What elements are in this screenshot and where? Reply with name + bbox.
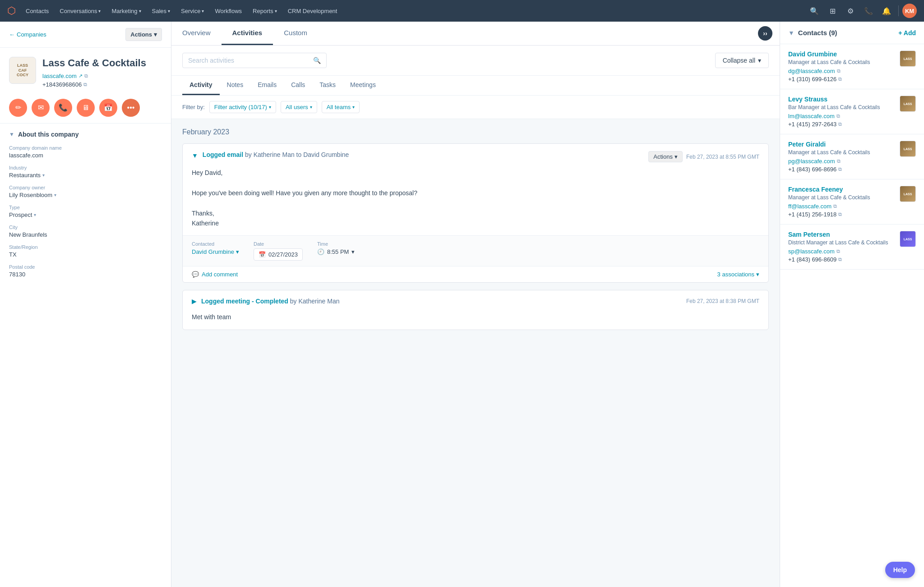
filter-teams-chevron: ▾ — [352, 105, 355, 110]
nav-workflows[interactable]: Workflows — [210, 5, 246, 17]
associations-button[interactable]: 3 associations ▾ — [717, 271, 759, 278]
subtab-activity[interactable]: Activity — [182, 76, 220, 95]
activity-actions-button[interactable]: Actions ▾ — [648, 151, 683, 162]
field-company-owner: Company owner Lily Rosenbloom ▾ — [9, 185, 162, 198]
contact-role-levy: Bar Manager at Lass Cafe & Cocktails — [788, 104, 894, 110]
field-postal: Postal code 78130 — [9, 264, 162, 278]
industry-value[interactable]: Restaurants ▾ — [9, 172, 162, 179]
contact-name-peter[interactable]: Peter Giraldi — [788, 141, 894, 148]
copy-email-icon[interactable]: ⧉ — [837, 158, 841, 164]
filter-users-chevron: ▾ — [310, 105, 312, 110]
top-navigation: ⬡ Contacts Conversations ▾ Marketing ▾ S… — [0, 0, 924, 22]
contact-name-sam[interactable]: Sam Petersen — [788, 231, 894, 238]
contact-name-francesca[interactable]: Francesca Feeney — [788, 186, 894, 193]
notifications-icon-btn[interactable]: 🔔 — [878, 3, 895, 19]
right-panel-collapse-icon[interactable]: ▼ — [788, 29, 795, 37]
search-activities-box[interactable]: 🔍 — [182, 53, 327, 68]
user-avatar[interactable]: KM — [902, 4, 917, 18]
nav-crm-development[interactable]: CRM Development — [283, 5, 342, 17]
actions-button[interactable]: Actions ▾ — [125, 28, 162, 41]
contacted-label: Contacted — [192, 241, 239, 247]
meeting-type-label: Logged meeting - Completed — [201, 298, 288, 305]
about-company-header[interactable]: ▼ About this company — [9, 131, 162, 138]
collapse-all-button[interactable]: Collapse all ▾ — [715, 53, 769, 68]
field-industry: Industry Restaurants ▾ — [9, 165, 162, 179]
contacted-value[interactable]: David Grumbine ▾ — [192, 248, 239, 255]
subtab-notes[interactable]: Notes — [220, 76, 251, 95]
subtab-tasks[interactable]: Tasks — [312, 76, 343, 95]
copy-email-icon[interactable]: ⧉ — [836, 113, 840, 119]
nav-marketing[interactable]: Marketing ▾ — [107, 5, 145, 17]
nav-conversations[interactable]: Conversations ▾ — [55, 5, 105, 17]
contact-info-peter: Peter Giraldi Manager at Lass Cafe & Coc… — [788, 141, 894, 173]
time-chevron: ▾ — [351, 248, 355, 255]
help-button[interactable]: Help — [885, 562, 915, 578]
tab-custom[interactable]: Custom — [273, 22, 318, 45]
contact-role-peter: Manager at Lass Cafe & Cocktails — [788, 149, 894, 156]
email-action-btn[interactable]: ✉ — [32, 99, 50, 117]
activity-collapse-icon[interactable]: ▼ — [192, 152, 198, 159]
contact-email-peter[interactable]: pg@lasscafe.com ⧉ — [788, 158, 894, 165]
subtab-emails[interactable]: Emails — [250, 76, 284, 95]
nav-contacts[interactable]: Contacts — [21, 5, 53, 17]
subtab-meetings[interactable]: Meetings — [343, 76, 383, 95]
more-actions-btn[interactable]: ••• — [122, 99, 140, 117]
edit-action-btn[interactable]: ✏ — [9, 99, 27, 117]
search-icon-btn[interactable]: 🔍 — [806, 3, 822, 19]
copy-email-icon[interactable]: ⧉ — [836, 248, 840, 254]
copy-email-icon[interactable]: ⧉ — [837, 68, 841, 74]
search-activities-input[interactable] — [188, 57, 310, 64]
copy-phone-icon[interactable]: ⧉ — [838, 257, 842, 262]
copy-email-icon[interactable]: ⧉ — [833, 203, 837, 209]
tabs-more-button[interactable]: ›› — [758, 26, 772, 41]
collapse-all-label: Collapse all — [723, 57, 755, 64]
activity-meta: Contacted David Grumbine ▾ Date 📅 02/27/… — [183, 235, 768, 266]
calendar-action-btn[interactable]: 📅 — [99, 99, 117, 117]
contact-name-levy[interactable]: Levy Strauss — [788, 96, 894, 103]
phone-icon-btn[interactable]: 📞 — [860, 3, 877, 19]
owner-value[interactable]: Lily Rosenbloom ▾ — [9, 192, 162, 198]
screen-action-btn[interactable]: 🖥 — [77, 99, 95, 117]
nav-service[interactable]: Service ▾ — [176, 5, 208, 17]
back-to-companies-link[interactable]: ← Companies — [9, 31, 46, 38]
contact-name-david[interactable]: David Grumbine — [788, 50, 894, 58]
contact-email-levy[interactable]: lm@lasscafe.com ⧉ — [788, 113, 894, 119]
contacts-title-text: Contacts (9) — [798, 29, 837, 37]
filter-activity-button[interactable]: Filter activity (10/17) ▾ — [209, 101, 276, 113]
filter-teams-button[interactable]: All teams ▾ — [322, 101, 360, 113]
contact-email-david[interactable]: dg@lasscafe.com ⧉ — [788, 68, 894, 74]
add-contact-button[interactable]: + Add — [898, 29, 916, 37]
contact-info-david: David Grumbine Manager at Lass Cafe & Co… — [788, 50, 894, 83]
search-icon: 🔍 — [313, 57, 321, 64]
activity-expand-icon[interactable]: ▶ — [192, 298, 197, 305]
time-value[interactable]: 🕘 8:55 PM ▾ — [317, 248, 355, 255]
contact-email-francesca[interactable]: ff@lasscafe.com ⧉ — [788, 203, 894, 210]
copy-phone-icon[interactable]: ⧉ — [83, 82, 87, 87]
copy-phone-icon[interactable]: ⧉ — [838, 76, 842, 82]
nav-reports[interactable]: Reports ▾ — [248, 5, 282, 17]
date-value[interactable]: 📅 02/27/2023 — [254, 248, 303, 261]
copy-website-icon[interactable]: ⧉ — [84, 73, 88, 79]
add-comment-button[interactable]: 💬 Add comment — [192, 271, 238, 278]
call-action-btn[interactable]: 📞 — [54, 99, 72, 117]
type-value[interactable]: Prospect ▾ — [9, 211, 162, 218]
copy-phone-icon[interactable]: ⧉ — [838, 211, 842, 217]
company-website-link[interactable]: lasscafe.com ↗ ⧉ — [42, 73, 146, 79]
hubspot-logo[interactable]: ⬡ — [7, 5, 16, 17]
tab-overview[interactable]: Overview — [171, 22, 222, 45]
right-panel-header: ▼ Contacts (9) + Add — [780, 22, 924, 44]
contact-info-francesca: Francesca Feeney Manager at Lass Cafe & … — [788, 186, 894, 218]
contact-email-sam[interactable]: sp@lasscafe.com ⧉ — [788, 248, 894, 255]
tab-activities[interactable]: Activities — [222, 22, 273, 45]
settings-icon-btn[interactable]: ⚙ — [842, 3, 859, 19]
filter-users-button[interactable]: All users ▾ — [281, 101, 317, 113]
subtab-calls[interactable]: Calls — [284, 76, 312, 95]
copy-phone-icon[interactable]: ⧉ — [838, 121, 842, 127]
nav-sales[interactable]: Sales ▾ — [148, 5, 175, 17]
external-link-icon: ↗ — [79, 73, 83, 79]
copy-phone-icon[interactable]: ⧉ — [838, 166, 842, 172]
contact-card-levy: Levy Strauss Bar Manager at Lass Cafe & … — [780, 89, 924, 134]
postal-value: 78130 — [9, 271, 162, 278]
grid-icon-btn[interactable]: ⊞ — [824, 3, 841, 19]
activity-title: Logged email by Katherine Man to David G… — [203, 151, 644, 158]
